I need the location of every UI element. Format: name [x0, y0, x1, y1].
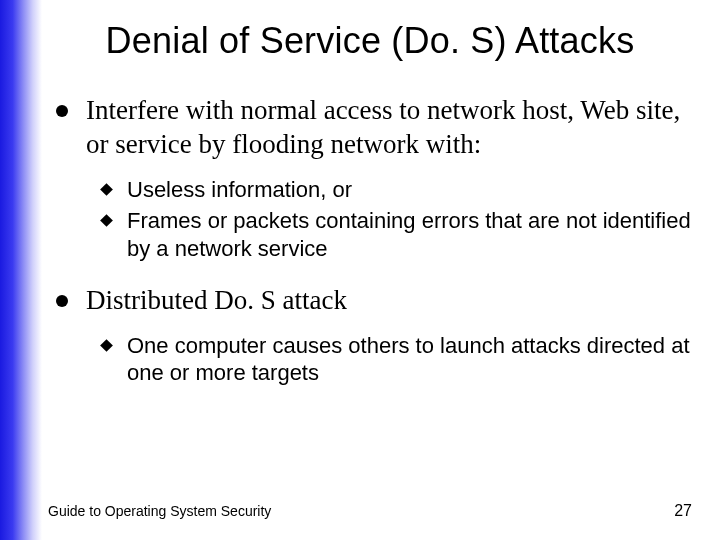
bullet-dot-icon [56, 295, 68, 307]
sub-bullet-text: Frames or packets containing errors that… [127, 207, 692, 262]
bullet-text: Interfere with normal access to network … [86, 94, 692, 162]
footer-source: Guide to Operating System Security [48, 503, 271, 519]
sub-bullet-item: One computer causes others to launch att… [102, 332, 692, 387]
sub-bullet-item: Useless information, or [102, 176, 692, 204]
slide-title: Denial of Service (Do. S) Attacks [48, 20, 692, 62]
sub-list: One computer causes others to launch att… [102, 332, 692, 387]
bullet-item: Interfere with normal access to network … [48, 94, 692, 162]
diamond-bullet-icon [100, 339, 113, 352]
slide-content: Denial of Service (Do. S) Attacks Interf… [0, 0, 720, 540]
diamond-bullet-icon [100, 214, 113, 227]
slide-footer: Guide to Operating System Security 27 [48, 502, 692, 520]
sub-list: Useless information, or Frames or packet… [102, 176, 692, 263]
diamond-bullet-icon [100, 183, 113, 196]
sub-bullet-item: Frames or packets containing errors that… [102, 207, 692, 262]
sub-bullet-text: Useless information, or [127, 176, 352, 204]
bullet-dot-icon [56, 105, 68, 117]
bullet-item: Distributed Do. S attack [48, 284, 692, 318]
footer-page-number: 27 [674, 502, 692, 520]
bullet-text: Distributed Do. S attack [86, 284, 347, 318]
sub-bullet-text: One computer causes others to launch att… [127, 332, 692, 387]
